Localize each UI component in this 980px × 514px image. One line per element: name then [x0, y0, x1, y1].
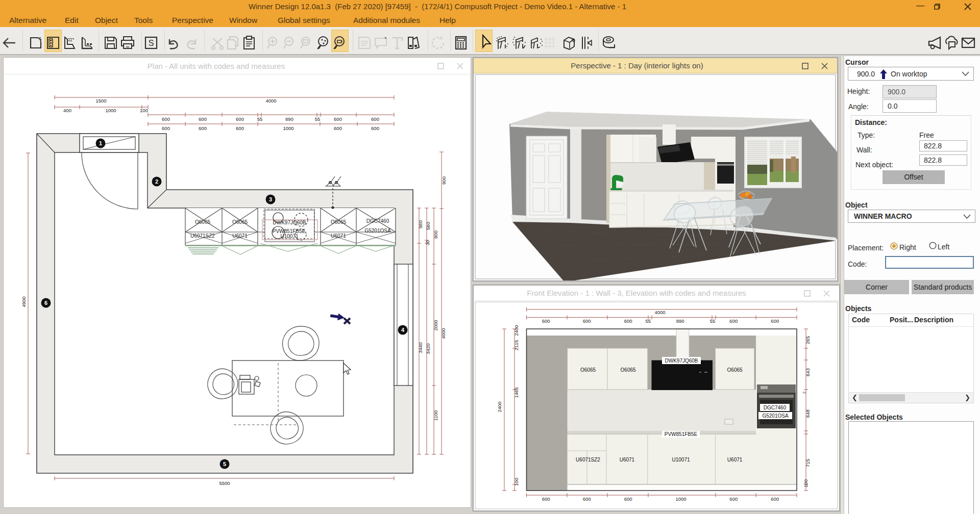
svg-text:O6065: O6065: [331, 219, 346, 225]
svg-text:648: 648: [805, 409, 811, 418]
svg-text:900: 900: [433, 230, 438, 239]
svg-text:2: 2: [155, 178, 158, 185]
svg-text:265: 265: [805, 336, 811, 344]
svg-text:600: 600: [162, 116, 170, 122]
svg-text:890: 890: [285, 116, 293, 122]
svg-text:600: 600: [334, 125, 342, 131]
svg-text:600: 600: [624, 318, 632, 324]
svg-text:4000: 4000: [654, 310, 665, 315]
svg-text:1100: 1100: [433, 410, 438, 421]
svg-text:PVW851FB5E: PVW851FB5E: [665, 431, 698, 437]
svg-text:5500: 5500: [219, 480, 230, 486]
svg-text:DGC7460: DGC7460: [366, 218, 389, 224]
svg-text:55: 55: [257, 116, 263, 122]
svg-text:55: 55: [645, 318, 651, 324]
svg-text:100: 100: [140, 108, 148, 113]
svg-text:600: 600: [162, 125, 170, 131]
svg-text:3: 3: [269, 196, 272, 202]
svg-text:600: 600: [771, 318, 779, 324]
svg-text:1000: 1000: [283, 125, 293, 131]
svg-text:643: 643: [805, 368, 811, 376]
svg-text:O6065: O6065: [232, 219, 248, 225]
svg-text:600: 600: [542, 496, 550, 502]
svg-text:U10071: U10071: [672, 457, 690, 462]
svg-text:O6065: O6065: [195, 219, 210, 225]
svg-text:100: 100: [513, 478, 519, 486]
svg-text:560: 560: [425, 222, 431, 230]
svg-text:890: 890: [676, 318, 684, 324]
svg-text:600: 600: [771, 496, 779, 502]
svg-text:1465: 1465: [513, 387, 519, 398]
svg-text:600: 600: [729, 318, 738, 324]
svg-text:U6071: U6071: [232, 233, 248, 239]
svg-text:600: 600: [371, 125, 379, 131]
svg-text:600: 600: [236, 125, 244, 131]
svg-text:G5201OSA: G5201OSA: [364, 228, 390, 234]
svg-text:U6071SZ2: U6071SZ2: [576, 457, 600, 462]
svg-text:2: 2: [802, 391, 806, 394]
svg-text:600: 600: [236, 116, 244, 122]
svg-text:1: 1: [99, 140, 102, 146]
svg-text:2000: 2000: [433, 320, 438, 330]
svg-text:3420: 3420: [425, 343, 431, 354]
svg-text:600: 600: [624, 496, 632, 502]
svg-text:1500: 1500: [95, 98, 106, 104]
svg-text:O6065: O6065: [727, 367, 743, 373]
svg-text:2400: 2400: [513, 325, 519, 336]
svg-text:600: 600: [371, 116, 379, 122]
svg-text:600: 600: [199, 125, 207, 131]
svg-text:600: 600: [199, 116, 207, 122]
svg-text:6: 6: [44, 300, 47, 306]
svg-text:U6071: U6071: [331, 233, 346, 239]
svg-text:DWK97JQ60B: DWK97JQ60B: [273, 220, 306, 225]
svg-text:4: 4: [401, 327, 405, 333]
svg-text:55: 55: [710, 318, 716, 324]
svg-text:O6065: O6065: [621, 367, 636, 373]
svg-text:S: S: [149, 39, 154, 47]
svg-text:900: 900: [441, 176, 447, 185]
svg-text:600: 600: [583, 496, 591, 502]
svg-text:600: 600: [729, 496, 738, 502]
svg-text:U6071: U6071: [727, 457, 743, 462]
svg-text:U6071: U6071: [620, 457, 635, 462]
svg-text:20: 20: [425, 240, 430, 245]
svg-text:4000: 4000: [265, 98, 276, 104]
svg-text:2400: 2400: [497, 401, 502, 412]
svg-text:600: 600: [542, 318, 550, 324]
svg-text:4000: 4000: [440, 328, 446, 339]
svg-text:1000: 1000: [105, 108, 116, 113]
svg-text:5: 5: [223, 461, 226, 467]
svg-text:DWK97JQ60B: DWK97JQ60B: [665, 358, 698, 364]
svg-text:U6071SZ2: U6071SZ2: [190, 233, 215, 239]
svg-text:O6065: O6065: [580, 367, 596, 373]
svg-text:4900: 4900: [21, 296, 27, 307]
svg-text:715: 715: [805, 459, 811, 467]
svg-text:G5201OSA: G5201OSA: [762, 413, 788, 419]
svg-text:2115: 2115: [513, 340, 519, 350]
svg-text:600: 600: [583, 318, 591, 324]
svg-text:600: 600: [334, 116, 342, 122]
svg-text:U10071: U10071: [280, 234, 298, 239]
svg-text:3440: 3440: [418, 342, 423, 353]
svg-text:1000: 1000: [675, 496, 686, 502]
svg-text:100: 100: [803, 479, 808, 487]
svg-text:55: 55: [315, 116, 321, 122]
svg-text:400: 400: [63, 108, 71, 113]
svg-text:560: 560: [418, 220, 423, 228]
svg-text:DGC7460: DGC7460: [764, 405, 787, 410]
